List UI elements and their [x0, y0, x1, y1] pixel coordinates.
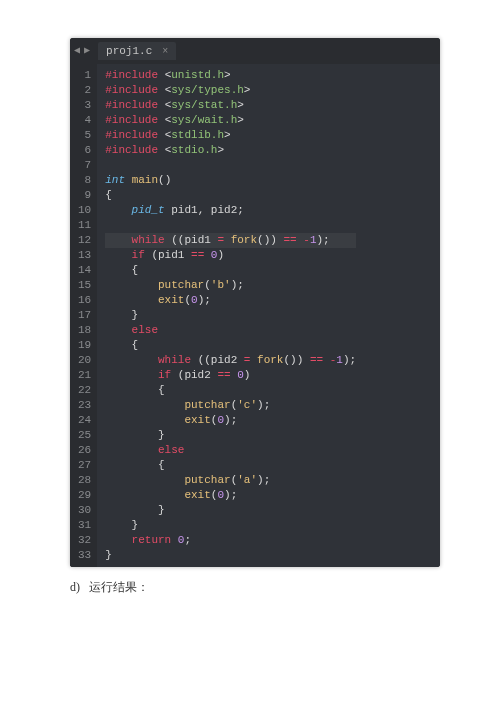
line-number: 28	[78, 473, 91, 488]
line-number: 24	[78, 413, 91, 428]
line-number: 26	[78, 443, 91, 458]
code-line[interactable]: {	[105, 383, 356, 398]
code-line[interactable]: if (pid1 == 0)	[105, 248, 356, 263]
code-line[interactable]: }	[105, 308, 356, 323]
line-number: 15	[78, 278, 91, 293]
code-line[interactable]	[105, 218, 356, 233]
code-line[interactable]: {	[105, 263, 356, 278]
line-number: 30	[78, 503, 91, 518]
line-number: 18	[78, 323, 91, 338]
line-number: 9	[78, 188, 91, 203]
code-line[interactable]	[105, 158, 356, 173]
code-line[interactable]: int main()	[105, 173, 356, 188]
code-line[interactable]: #include <sys/stat.h>	[105, 98, 356, 113]
line-number: 11	[78, 218, 91, 233]
code-line[interactable]: }	[105, 548, 356, 563]
line-number: 25	[78, 428, 91, 443]
code-area[interactable]: #include <unistd.h>#include <sys/types.h…	[97, 64, 362, 567]
code-editor[interactable]: 1234567891011121314151617181920212223242…	[70, 64, 440, 567]
line-number: 10	[78, 203, 91, 218]
line-number: 20	[78, 353, 91, 368]
line-number: 27	[78, 458, 91, 473]
code-line[interactable]: while ((pid1 = fork()) == -1);	[105, 233, 356, 248]
nav-arrows: ◀ ▶	[74, 46, 90, 56]
code-line[interactable]: exit(0);	[105, 413, 356, 428]
line-number: 33	[78, 548, 91, 563]
code-line[interactable]: #include <stdio.h>	[105, 143, 356, 158]
nav-forward-icon[interactable]: ▶	[84, 46, 90, 56]
line-number: 6	[78, 143, 91, 158]
code-line[interactable]: #include <sys/types.h>	[105, 83, 356, 98]
code-line[interactable]: }	[105, 518, 356, 533]
line-number: 7	[78, 158, 91, 173]
code-line[interactable]: #include <unistd.h>	[105, 68, 356, 83]
code-line[interactable]: {	[105, 188, 356, 203]
line-number: 13	[78, 248, 91, 263]
caption: d) 运行结果：	[70, 579, 500, 596]
caption-item-text: 运行结果：	[89, 580, 149, 594]
line-number: 3	[78, 98, 91, 113]
line-number: 29	[78, 488, 91, 503]
line-number-gutter: 1234567891011121314151617181920212223242…	[70, 64, 97, 567]
code-line[interactable]: else	[105, 323, 356, 338]
code-line[interactable]: exit(0);	[105, 293, 356, 308]
line-number: 22	[78, 383, 91, 398]
code-line[interactable]: else	[105, 443, 356, 458]
code-line[interactable]: {	[105, 458, 356, 473]
file-tab[interactable]: proj1.c ×	[98, 42, 176, 60]
code-line[interactable]: #include <stdlib.h>	[105, 128, 356, 143]
nav-back-icon[interactable]: ◀	[74, 46, 80, 56]
editor-window: ◀ ▶ proj1.c × 12345678910111213141516171…	[70, 38, 440, 567]
line-number: 2	[78, 83, 91, 98]
code-line[interactable]: putchar('a');	[105, 473, 356, 488]
line-number: 23	[78, 398, 91, 413]
caption-item-label: d)	[70, 580, 80, 594]
code-line[interactable]: if (pid2 == 0)	[105, 368, 356, 383]
code-line[interactable]: while ((pid2 = fork()) == -1);	[105, 353, 356, 368]
code-line[interactable]: }	[105, 428, 356, 443]
line-number: 8	[78, 173, 91, 188]
line-number: 5	[78, 128, 91, 143]
line-number: 32	[78, 533, 91, 548]
code-line[interactable]: putchar('b');	[105, 278, 356, 293]
line-number: 4	[78, 113, 91, 128]
code-line[interactable]: pid_t pid1, pid2;	[105, 203, 356, 218]
line-number: 16	[78, 293, 91, 308]
line-number: 14	[78, 263, 91, 278]
tab-label: proj1.c	[106, 45, 152, 57]
code-line[interactable]: }	[105, 503, 356, 518]
line-number: 17	[78, 308, 91, 323]
line-number: 1	[78, 68, 91, 83]
code-line[interactable]: return 0;	[105, 533, 356, 548]
code-line[interactable]: {	[105, 338, 356, 353]
code-line[interactable]: putchar('c');	[105, 398, 356, 413]
line-number: 12	[78, 233, 91, 248]
line-number: 31	[78, 518, 91, 533]
close-icon[interactable]: ×	[162, 46, 168, 57]
line-number: 19	[78, 338, 91, 353]
tab-bar: ◀ ▶ proj1.c ×	[70, 38, 440, 64]
line-number: 21	[78, 368, 91, 383]
code-line[interactable]: #include <sys/wait.h>	[105, 113, 356, 128]
code-line[interactable]: exit(0);	[105, 488, 356, 503]
